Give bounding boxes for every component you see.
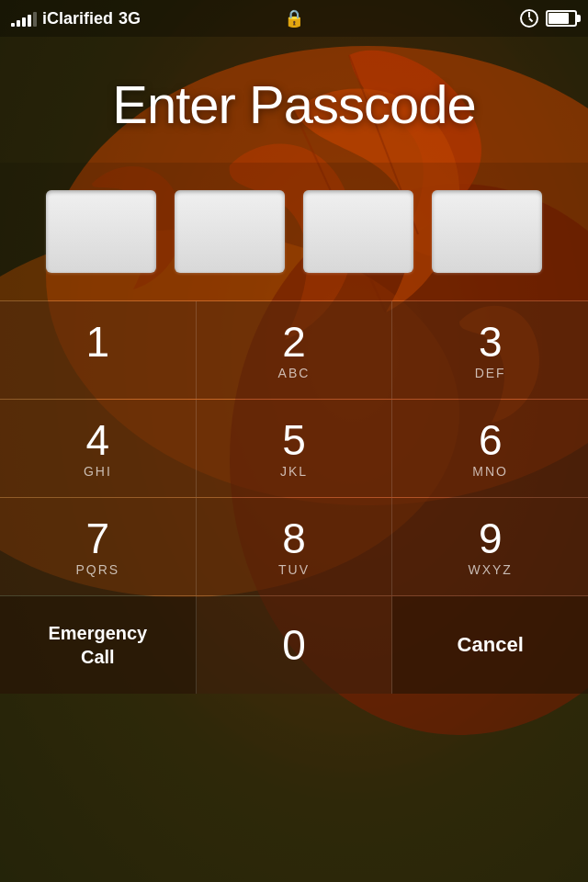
key-8[interactable]: 8 TUV	[197, 498, 393, 595]
status-left: iClarified 3G	[11, 9, 141, 28]
signal-bar-1	[11, 23, 15, 27]
key-9-number: 9	[479, 517, 503, 560]
status-right	[520, 9, 577, 28]
network-type: 3G	[119, 9, 141, 28]
key-3-letters: DEF	[475, 366, 506, 380]
key-9-letters: WXYZ	[468, 562, 512, 577]
key-5-letters: JKL	[280, 464, 308, 479]
passcode-box-1	[46, 190, 156, 273]
key-3-number: 3	[479, 321, 503, 363]
passcode-area	[0, 163, 588, 300]
key-8-letters: TUV	[278, 562, 310, 577]
key-0-number: 0	[282, 624, 306, 666]
signal-bar-4	[28, 15, 31, 27]
key-2-letters: ABC	[278, 366, 311, 380]
keypad-row-2: 4 GHI 5 JKL 6 MNO	[0, 399, 588, 497]
key-7-letters: PQRS	[75, 562, 119, 577]
key-5-number: 5	[282, 419, 306, 461]
signal-bar-5	[33, 12, 37, 27]
key-1-letters	[95, 366, 100, 380]
key-3[interactable]: 3 DEF	[392, 301, 588, 399]
clock-icon	[520, 9, 538, 28]
key-6-number: 6	[479, 419, 503, 461]
passcode-box-2	[175, 190, 285, 273]
key-9[interactable]: 9 WXYZ	[392, 498, 588, 595]
keypad-row-3: 7 PQRS 8 TUV 9 WXYZ	[0, 497, 588, 595]
carrier-name: iClarified	[42, 9, 113, 28]
battery-icon	[546, 10, 577, 27]
key-1-number: 1	[86, 321, 110, 363]
keypad-bottom-row: EmergencyCall 0 Cancel	[0, 595, 588, 694]
keypad-row-1: 1 2 ABC 3 DEF	[0, 300, 588, 399]
key-8-number: 8	[282, 517, 306, 560]
signal-bar-3	[22, 17, 26, 27]
key-7[interactable]: 7 PQRS	[0, 498, 197, 595]
passcode-title: Enter Passcode	[18, 74, 570, 135]
signal-bars	[11, 10, 37, 27]
emergency-call-label: EmergencyCall	[48, 621, 147, 669]
key-6-letters: MNO	[472, 464, 508, 479]
passcode-box-4	[432, 190, 542, 273]
key-4-letters: GHI	[84, 464, 112, 479]
passcode-box-3	[303, 190, 413, 273]
key-2[interactable]: 2 ABC	[197, 301, 393, 399]
key-5[interactable]: 5 JKL	[197, 400, 393, 497]
key-2-number: 2	[282, 321, 306, 363]
emergency-call-button[interactable]: EmergencyCall	[0, 596, 197, 694]
key-4-number: 4	[86, 419, 110, 461]
signal-bar-2	[17, 20, 20, 27]
keypad: 1 2 ABC 3 DEF 4 GHI 5 JKL 6 MNO 7 PQRS	[0, 300, 588, 694]
key-0[interactable]: 0	[197, 596, 393, 694]
status-bar: iClarified 3G 🔒	[0, 0, 588, 37]
cancel-label: Cancel	[458, 633, 524, 657]
key-7-number: 7	[86, 517, 110, 560]
cancel-button[interactable]: Cancel	[392, 596, 588, 694]
battery-fill	[548, 13, 569, 24]
title-area: Enter Passcode	[0, 37, 588, 163]
key-6[interactable]: 6 MNO	[392, 400, 588, 497]
lock-icon: 🔒	[284, 9, 304, 28]
key-4[interactable]: 4 GHI	[0, 400, 197, 497]
key-1[interactable]: 1	[0, 301, 197, 399]
